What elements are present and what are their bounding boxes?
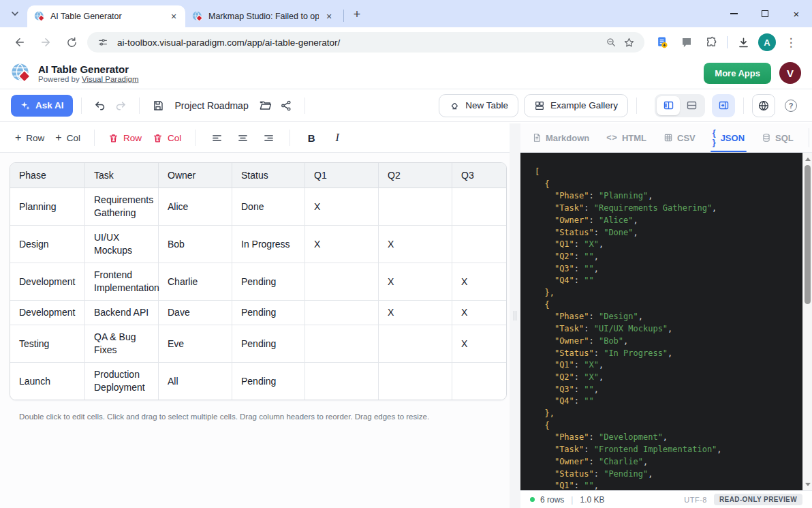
table-cell[interactable]: Pending xyxy=(232,363,305,400)
table-cell[interactable] xyxy=(379,188,452,226)
tab-json[interactable]: { } JSON xyxy=(710,123,747,152)
zoom-out-icon[interactable] xyxy=(602,33,620,51)
align-center-button[interactable] xyxy=(232,128,253,148)
language-button[interactable] xyxy=(752,94,775,117)
table-cell[interactable]: X xyxy=(305,226,379,263)
table-cell[interactable]: Eve xyxy=(159,325,232,363)
help-button[interactable]: ? xyxy=(781,95,801,116)
tab-search-button[interactable] xyxy=(5,4,25,23)
docs-offline-icon[interactable] xyxy=(651,31,673,53)
tab-csv[interactable]: CSV xyxy=(661,123,698,152)
add-col-button[interactable]: +Col xyxy=(50,129,86,147)
share-button[interactable] xyxy=(276,95,296,116)
window-maximize-button[interactable] xyxy=(749,0,781,27)
back-button[interactable] xyxy=(9,31,31,53)
new-table-button[interactable]: New Table xyxy=(439,94,518,117)
open-folder-button[interactable] xyxy=(255,95,276,116)
panel-resize-handle[interactable] xyxy=(510,123,520,508)
ask-ai-button[interactable]: Ask AI xyxy=(11,95,73,117)
scroll-up-icon[interactable] xyxy=(803,154,812,164)
toggle-side-panel-button[interactable] xyxy=(712,94,735,117)
redo-button[interactable] xyxy=(110,95,131,116)
reload-button[interactable] xyxy=(61,31,82,53)
editor-scrollbar[interactable] xyxy=(802,153,812,490)
window-close-button[interactable]: × xyxy=(781,0,812,27)
table-cell[interactable]: Development xyxy=(10,301,85,325)
table-cell[interactable]: Planning xyxy=(10,188,85,226)
table-cell[interactable]: In Progress xyxy=(232,226,305,263)
table-cell[interactable]: QA & Bug Fixes xyxy=(85,325,159,363)
document-title[interactable]: Project Roadmap xyxy=(175,100,249,111)
table-cell[interactable]: Requirements Gathering xyxy=(85,188,159,226)
table-cell[interactable] xyxy=(379,325,452,363)
address-bar[interactable]: ai-toolbox.visual-paradigm.com/app/ai-ta… xyxy=(87,32,644,53)
delete-row-button[interactable]: Row xyxy=(103,129,147,147)
comment-icon[interactable] xyxy=(676,31,698,53)
delete-col-button[interactable]: Col xyxy=(147,129,187,147)
column-header[interactable]: Q1 xyxy=(305,163,379,188)
table-cell[interactable]: X xyxy=(379,226,452,263)
data-table[interactable]: PhaseTaskOwnerStatusQ1Q2Q3 PlanningRequi… xyxy=(10,162,507,400)
table-cell[interactable]: Launch xyxy=(10,363,85,400)
column-header[interactable]: Status xyxy=(232,163,305,188)
table-cell[interactable] xyxy=(452,226,506,263)
split-vertical-button[interactable] xyxy=(657,96,680,115)
table-cell[interactable]: UI/UX Mockups xyxy=(85,226,159,263)
download-icon[interactable] xyxy=(732,31,754,53)
table-cell[interactable]: Development xyxy=(10,263,85,301)
table-cell[interactable]: X xyxy=(379,263,452,301)
profile-avatar[interactable]: A xyxy=(758,33,776,51)
undo-button[interactable] xyxy=(90,95,110,116)
site-settings-icon[interactable] xyxy=(94,33,112,51)
table-cell[interactable]: X xyxy=(452,325,506,363)
column-header[interactable]: Phase xyxy=(10,163,85,188)
save-button[interactable] xyxy=(148,95,168,116)
table-cell[interactable]: Pending xyxy=(232,263,305,301)
table-cell[interactable]: X xyxy=(305,188,379,226)
table-cell[interactable]: Dave xyxy=(159,301,232,325)
tab-close-icon[interactable]: × xyxy=(323,10,335,23)
table-cell[interactable] xyxy=(305,263,379,301)
scrollbar-thumb[interactable] xyxy=(805,165,811,304)
example-gallery-button[interactable]: Example Gallery xyxy=(524,94,628,117)
italic-button[interactable]: I xyxy=(327,128,347,148)
browser-tab-inactive[interactable]: Markmap Studio: Failed to ope × xyxy=(185,5,341,27)
column-header[interactable]: Q2 xyxy=(379,163,452,188)
table-cell[interactable] xyxy=(452,188,506,226)
table-cell[interactable] xyxy=(452,363,506,400)
scroll-down-icon[interactable] xyxy=(803,479,812,489)
url-text[interactable]: ai-toolbox.visual-paradigm.com/app/ai-ta… xyxy=(117,38,602,48)
table-cell[interactable]: X xyxy=(379,301,452,325)
tab-sql[interactable]: SQL xyxy=(760,123,796,152)
window-minimize-button[interactable] xyxy=(718,0,749,27)
table-cell[interactable]: Backend API xyxy=(85,301,159,325)
column-header[interactable]: Q3 xyxy=(452,163,506,188)
column-header[interactable]: Task xyxy=(85,163,159,188)
bookmark-star-icon[interactable] xyxy=(620,33,638,51)
table-cell[interactable]: Pending xyxy=(232,325,305,363)
table-cell[interactable]: Testing xyxy=(10,325,85,363)
more-apps-button[interactable]: More Apps xyxy=(704,63,771,84)
kebab-menu-icon[interactable]: ⋮ xyxy=(780,31,802,53)
json-preview-editor[interactable]: [ { "Phase": "Planning", "Task": "Requir… xyxy=(520,153,812,490)
add-row-button[interactable]: +Row xyxy=(10,129,50,147)
table-cell[interactable] xyxy=(305,363,379,400)
table-cell[interactable]: Charlie xyxy=(159,263,232,301)
column-header[interactable]: Owner xyxy=(159,163,232,188)
table-cell[interactable]: Bob xyxy=(159,226,232,263)
table-cell[interactable] xyxy=(305,301,379,325)
table-cell[interactable]: Alice xyxy=(159,188,232,226)
table-cell[interactable]: Production Deployment xyxy=(85,363,159,400)
table-cell[interactable]: Pending xyxy=(232,301,305,325)
table-cell[interactable]: Done xyxy=(232,188,305,226)
align-left-button[interactable] xyxy=(206,128,227,148)
new-tab-button[interactable]: + xyxy=(348,5,366,23)
split-horizontal-button[interactable] xyxy=(680,96,703,115)
visual-paradigm-link[interactable]: Visual Paradigm xyxy=(82,75,139,83)
table-cell[interactable] xyxy=(305,325,379,363)
tab-close-icon[interactable]: × xyxy=(168,10,180,23)
bold-button[interactable]: B xyxy=(301,128,322,148)
table-cell[interactable]: X xyxy=(452,301,506,325)
table-cell[interactable]: Design xyxy=(10,226,85,263)
browser-tab-active[interactable]: AI Table Generator × xyxy=(27,5,185,27)
